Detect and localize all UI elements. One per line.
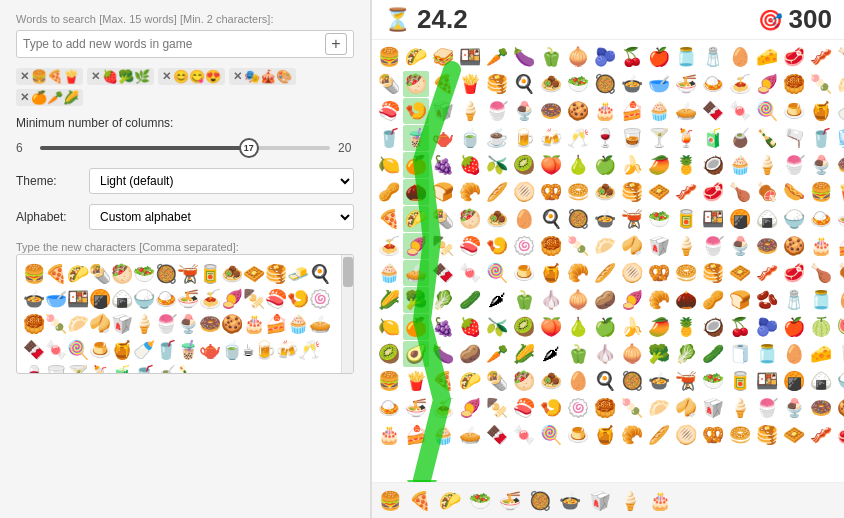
grid-cell[interactable]: 🍦 xyxy=(457,98,483,124)
grid-cell[interactable]: 🍱 xyxy=(754,368,780,394)
grid-cell[interactable]: 🫒 xyxy=(484,314,510,340)
grid-cell[interactable]: 🍊 xyxy=(403,314,429,340)
grid-cell[interactable]: 🫓 xyxy=(619,260,645,286)
grid-cell[interactable]: 🥯 xyxy=(727,422,753,448)
grid-cell[interactable]: 🍖 xyxy=(835,260,844,286)
grid-cell[interactable]: 🍼 xyxy=(835,98,844,124)
grid-cell[interactable]: 🥚 xyxy=(781,341,807,367)
grid-cell[interactable]: 🍮 xyxy=(781,98,807,124)
grid-cell[interactable]: 🥙 xyxy=(403,71,429,97)
grid-cell[interactable]: 🍩 xyxy=(835,152,844,178)
alphabet-select[interactable]: Custom alphabet xyxy=(89,204,354,230)
tag-remove[interactable]: ✕ xyxy=(162,70,171,83)
grid-cell[interactable]: 🍟 xyxy=(403,368,429,394)
grid-cell[interactable]: 🍷 xyxy=(592,125,618,151)
grid-cell[interactable]: 🍜 xyxy=(403,395,429,421)
grid-cell[interactable]: 🍨 xyxy=(727,233,753,259)
grid-cell[interactable]: 🍭 xyxy=(754,98,780,124)
grid-cell[interactable]: 🍠 xyxy=(619,287,645,313)
grid-cell[interactable]: 🌽 xyxy=(511,341,537,367)
grid-cell[interactable]: 🍆 xyxy=(430,341,456,367)
grid-cell[interactable]: 🍕 xyxy=(430,368,456,394)
grid-cell[interactable]: 🍝 xyxy=(430,395,456,421)
grid-cell[interactable]: 🧀 xyxy=(754,44,780,70)
grid-cell[interactable]: 🥘 xyxy=(565,206,591,232)
grid-cell[interactable]: 🍰 xyxy=(835,233,844,259)
grid-cell[interactable]: 🥨 xyxy=(700,422,726,448)
grid-cell[interactable]: 🍠 xyxy=(754,71,780,97)
chars-textarea[interactable]: 🍔🍕🌮🌯🥙🥗🥘🫕🥫🧆🧇🥞🧈🍳🍲🥣🍱🍘🍙🍚🍛🍜🍝🍠🍢🍣🍤🍥🥮🍡🥟🥠🥡🍦🍧🍨🍩🍪🎂🍰… xyxy=(17,255,337,373)
grid-cell[interactable]: 🥬 xyxy=(430,287,456,313)
grid-cell[interactable]: 🥘 xyxy=(592,71,618,97)
grid-cell[interactable]: 🧋 xyxy=(403,125,429,151)
grid-cell[interactable]: 🍪 xyxy=(565,98,591,124)
grid-cell[interactable]: 🍮 xyxy=(511,260,537,286)
grid-cell[interactable]: 🫒 xyxy=(484,152,510,178)
grid-cell[interactable]: 🍯 xyxy=(592,422,618,448)
grid-cell[interactable]: 🍫 xyxy=(700,98,726,124)
grid-cell[interactable]: 🍨 xyxy=(781,395,807,421)
grid-cell[interactable]: ☕ xyxy=(484,125,510,151)
grid-cell[interactable]: 🥞 xyxy=(700,260,726,286)
grid-cell[interactable]: 🍉 xyxy=(835,314,844,340)
grid-cell[interactable]: 🥗 xyxy=(700,368,726,394)
grid-cell[interactable]: 🍲 xyxy=(592,206,618,232)
grid-cell[interactable]: 🧄 xyxy=(538,287,564,313)
grid-cell[interactable]: 🥧 xyxy=(457,422,483,448)
grid-cell[interactable]: 🥖 xyxy=(592,260,618,286)
grid-cell[interactable]: 🍧 xyxy=(781,152,807,178)
grid-cell[interactable]: 🍊 xyxy=(403,152,429,178)
grid-cell[interactable]: 🥕 xyxy=(484,341,510,367)
grid-cell[interactable]: 🍨 xyxy=(511,98,537,124)
grid-cell[interactable]: 🍧 xyxy=(484,98,510,124)
grid-cell[interactable]: 🍕 xyxy=(376,206,402,232)
grid-cell[interactable]: 🍫 xyxy=(430,260,456,286)
grid-cell[interactable]: 🥓 xyxy=(808,44,834,70)
grid-cell[interactable]: 🫐 xyxy=(592,44,618,70)
grid-cell[interactable]: 🥡 xyxy=(430,98,456,124)
grid-cell[interactable]: 🧇 xyxy=(727,260,753,286)
grid-cell[interactable]: 🍲 xyxy=(619,71,645,97)
grid-cell[interactable]: 🍦 xyxy=(727,395,753,421)
tag-remove[interactable]: ✕ xyxy=(91,70,100,83)
grid-cell[interactable]: 🍓 xyxy=(457,314,483,340)
grid-cell[interactable]: 🍚 xyxy=(835,368,844,394)
grid-cell[interactable]: 🥩 xyxy=(781,44,807,70)
grid-cell[interactable]: 🍤 xyxy=(484,233,510,259)
grid-cell[interactable]: 🌶 xyxy=(538,341,564,367)
grid-cell[interactable]: 🍌 xyxy=(619,314,645,340)
grid-cell[interactable]: 🍡 xyxy=(565,233,591,259)
grid-cell[interactable]: 🍕 xyxy=(430,71,456,97)
grid-cell[interactable]: 🫗 xyxy=(781,125,807,151)
grid-cell[interactable]: 🍋 xyxy=(376,314,402,340)
grid-cell[interactable]: 🫓 xyxy=(511,179,537,205)
grid-cell[interactable]: 🍪 xyxy=(781,233,807,259)
grid-cell[interactable]: 🧆 xyxy=(538,71,564,97)
add-word-button[interactable]: + xyxy=(325,33,347,55)
grid-cell[interactable]: 🍗 xyxy=(808,260,834,286)
grid-cell[interactable]: 🥩 xyxy=(835,422,844,448)
grid-cell[interactable]: 🧉 xyxy=(727,125,753,151)
grid-cell[interactable]: 🌰 xyxy=(403,179,429,205)
grid-cell[interactable]: 🥚 xyxy=(511,206,537,232)
grid-cell[interactable]: 🍳 xyxy=(592,368,618,394)
grid-cell[interactable]: 🍝 xyxy=(376,233,402,259)
grid-cell[interactable]: 🥔 xyxy=(592,287,618,313)
grid-cell[interactable]: 🫕 xyxy=(619,206,645,232)
grid-cell[interactable]: 🥓 xyxy=(754,260,780,286)
grid-cell[interactable]: 🧆 xyxy=(538,368,564,394)
grid-cell[interactable]: 🎂 xyxy=(592,98,618,124)
grid-cell[interactable]: 🍡 xyxy=(808,71,834,97)
grid-cell[interactable]: 🍬 xyxy=(727,98,753,124)
grid-cell[interactable]: 🍔 xyxy=(808,179,834,205)
grid-cell[interactable]: 🥣 xyxy=(646,71,672,97)
grid-cell[interactable]: 🍬 xyxy=(457,260,483,286)
grid-cell[interactable]: 🥔 xyxy=(457,341,483,367)
grid-cell[interactable]: 🥚 xyxy=(565,368,591,394)
grid-cell[interactable]: 🍆 xyxy=(511,44,537,70)
grid-cell[interactable]: 🧅 xyxy=(565,44,591,70)
grid-cell[interactable]: 🥭 xyxy=(646,152,672,178)
grid-cell[interactable]: 🍤 xyxy=(538,395,564,421)
slider-thumb[interactable]: 17 xyxy=(239,138,259,158)
grid-cell[interactable]: 🥃 xyxy=(619,125,645,151)
